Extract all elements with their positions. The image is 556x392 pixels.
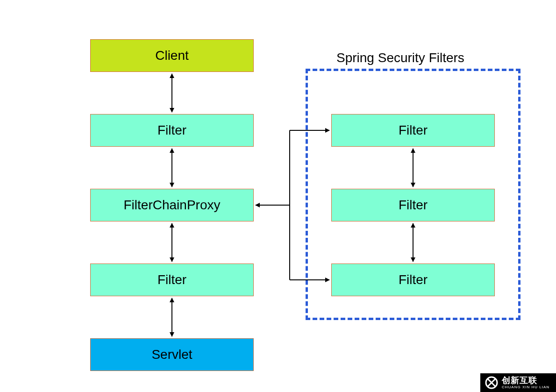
left-filter1-box: Filter: [90, 114, 254, 147]
logo-mark-icon: [485, 376, 498, 389]
client-box: Client: [90, 39, 254, 72]
servlet-box: Servlet: [90, 338, 254, 371]
filter-chain-proxy-label: FilterChainProxy: [124, 198, 221, 213]
security-filter3-label: Filter: [399, 272, 428, 287]
left-filter1-label: Filter: [157, 123, 186, 138]
left-filter2-label: Filter: [157, 272, 186, 287]
security-filters-title: Spring Security Filters: [336, 50, 464, 65]
security-title-text: Spring Security Filters: [336, 50, 464, 65]
security-filter1-label: Filter: [399, 123, 428, 138]
security-filter1-box: Filter: [331, 114, 495, 147]
client-label: Client: [155, 48, 189, 63]
footer-brand-logo: 创新互联 CHUANG XIN HU LIAN: [480, 373, 556, 392]
footer-brand-cn: 创新互联: [502, 376, 549, 385]
security-filter3-box: Filter: [331, 264, 495, 296]
footer-brand-en: CHUANG XIN HU LIAN: [502, 385, 549, 389]
security-filter2-label: Filter: [399, 198, 428, 213]
diagram-root: Client Filter FilterChainProxy Filter Se…: [0, 0, 556, 392]
servlet-label: Servlet: [151, 347, 192, 362]
left-filter2-box: Filter: [90, 264, 254, 296]
filter-chain-proxy-box: FilterChainProxy: [90, 189, 254, 221]
security-filter2-box: Filter: [331, 189, 495, 221]
